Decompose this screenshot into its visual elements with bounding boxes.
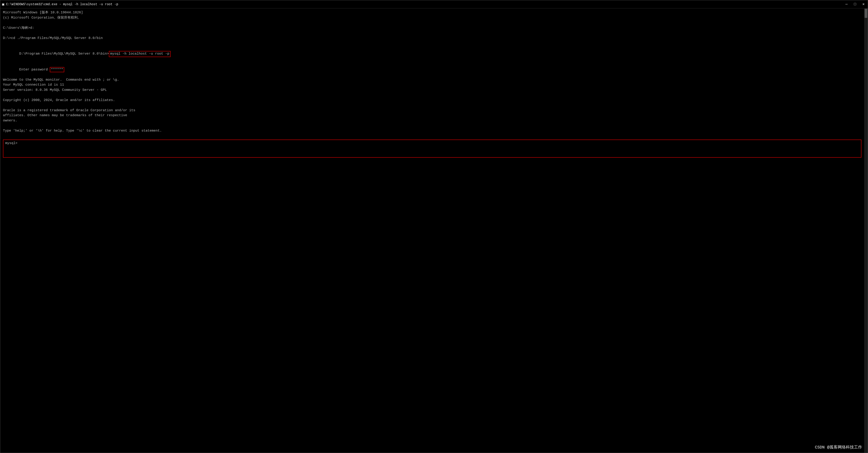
- terminal-line-10: Welcome to the MySQL monitor. Commands e…: [3, 78, 862, 83]
- terminal-line9-prefix: Enter password: [19, 68, 50, 72]
- terminal-line-1: Microsoft Windows [版本 10.0.19044.1826]: [3, 10, 862, 16]
- terminal-line-18: owners.: [3, 118, 862, 123]
- window-title: C:\WINDOWS\system32\cmd.exe - mysql -h l…: [6, 2, 844, 6]
- password-highlight: ******: [50, 67, 64, 72]
- terminal-line-9: Enter password ******: [3, 62, 862, 78]
- terminal-line-21: [3, 134, 862, 139]
- terminal-line-16: Oracle is a registered trademark of Orac…: [3, 108, 862, 113]
- mysql-prompt: mysql>: [5, 141, 20, 145]
- terminal-line-19: [3, 123, 862, 129]
- terminal-line-6: D:\>cd ./Program Files/MySQL/MySQL Serve…: [3, 36, 862, 41]
- scrollbar-thumb[interactable]: [865, 9, 867, 18]
- window-controls: — □ ✕: [844, 2, 866, 6]
- terminal-line-11: Your MySQL connection id is 11: [3, 82, 862, 88]
- cmd-icon: ▣: [2, 2, 4, 6]
- scrollbar-area: Microsoft Windows [版本 10.0.19044.1826] (…: [0, 8, 868, 453]
- scrollbar[interactable]: [864, 8, 868, 453]
- terminal-line-15: [3, 103, 862, 108]
- terminal-line-20: Type 'help;' or '\h' for help. Type '\c'…: [3, 129, 862, 134]
- terminal-line-17: affiliates. Other names may be trademark…: [3, 113, 862, 118]
- terminal-line8-prefix: D:\Program Files\MySQL\MySQL Server 8.0\…: [19, 52, 109, 56]
- terminal-line-13: [3, 93, 862, 98]
- terminal-line-12: Server version: 8.0.36 MySQL Community S…: [3, 88, 862, 93]
- mysql-command-highlight: mysql -h localhost -u root -p: [109, 51, 170, 57]
- minimize-button[interactable]: —: [844, 2, 849, 6]
- cmd-window: ▣ C:\WINDOWS\system32\cmd.exe - mysql -h…: [0, 0, 868, 453]
- watermark: CSDN @孤客网络科技工作: [813, 444, 864, 450]
- close-button[interactable]: ✕: [861, 2, 866, 6]
- terminal-content[interactable]: Microsoft Windows [版本 10.0.19044.1826] (…: [0, 8, 864, 453]
- terminal-line-14: Copyright (c) 2000, 2024, Oracle and/or …: [3, 98, 862, 103]
- terminal-line-3: [3, 20, 862, 26]
- mysql-prompt-area[interactable]: mysql>: [3, 140, 862, 158]
- terminal-line-5: [3, 31, 862, 36]
- terminal-line-4: C:\Users\海峡>d:: [3, 26, 862, 31]
- maximize-button[interactable]: □: [852, 2, 858, 6]
- terminal-line-2: (c) Microsoft Corporation。保留所有权利。: [3, 16, 862, 21]
- title-bar: ▣ C:\WINDOWS\system32\cmd.exe - mysql -h…: [0, 0, 868, 8]
- terminal-line-8: D:\Program Files\MySQL\MySQL Server 8.0\…: [3, 46, 862, 62]
- terminal-line-7: [3, 41, 862, 46]
